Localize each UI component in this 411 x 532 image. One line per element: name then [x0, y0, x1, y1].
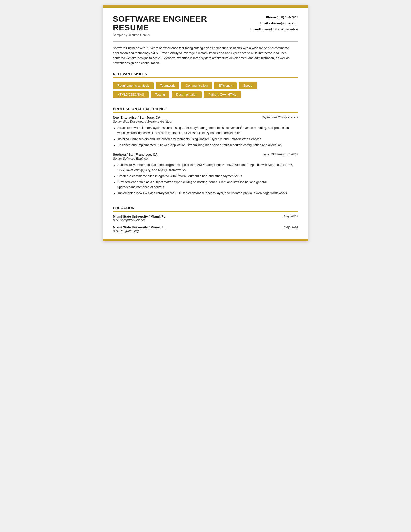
- job-header-2: Sephora / San Francisco, CA June 20XX–Au…: [113, 153, 298, 156]
- bottom-accent-bar: [103, 239, 308, 241]
- bullet-2-2: Created e-commerce sites integrated with…: [117, 174, 298, 179]
- education-section: Miami State University / Miami, FL B.S. …: [103, 215, 308, 239]
- experience-divider: [113, 112, 298, 113]
- summary-text: Software Engineer with 7+ years of exper…: [113, 46, 298, 66]
- job-block-1: New Enterprise / San Jose, CA September …: [113, 116, 298, 148]
- phone-line: Phone:(408) 104-7942: [240, 15, 298, 21]
- resume-title: SOFTWARE ENGINEER RESUME: [113, 15, 240, 32]
- bullet-2-1: Successfully generated back-end programm…: [117, 162, 298, 173]
- education-divider: [113, 211, 298, 212]
- edu-date-1: May 20XX: [284, 215, 298, 218]
- bullet-1-1: Structure several internal systems compr…: [117, 125, 298, 136]
- edu-left-2: Miami State University / Miami, FL A.A. …: [113, 225, 166, 233]
- skill-html5: HTML5/CSS3/SAS: [113, 91, 149, 98]
- job-company-2: Sephora / San Francisco, CA: [113, 153, 158, 156]
- bullet-1-2: Installed Linux servers and virtualized …: [117, 137, 298, 142]
- skill-python: Python, C++, HTML: [204, 91, 241, 98]
- summary-section: Software Engineer with 7+ years of exper…: [103, 42, 308, 69]
- skills-row-2: HTML5/CSS3/SAS Testing Documentation Pyt…: [113, 91, 298, 98]
- job-title-1: Senior Web Developer / Systems Architect: [113, 120, 298, 123]
- job-title-2: Senior Software Engineer: [113, 157, 298, 160]
- skills-section: Requirements analysis Teamwork Communica…: [103, 81, 308, 104]
- bullet-1-3: Designed and implemented PHP web applica…: [117, 143, 298, 148]
- experience-heading: PROFESSIONAL EXPERIENCE: [103, 104, 308, 112]
- top-accent-bar: [103, 5, 308, 8]
- edu-school-1: Miami State University / Miami, FL: [113, 215, 166, 218]
- job-bullets-2: Successfully generated back-end programm…: [117, 162, 298, 196]
- header-left: SOFTWARE ENGINEER RESUME Sample by Resum…: [113, 15, 240, 37]
- edu-date-2: May 20XX: [284, 225, 298, 229]
- header-section: SOFTWARE ENGINEER RESUME Sample by Resum…: [103, 8, 308, 41]
- experience-section: New Enterprise / San Jose, CA September …: [103, 116, 308, 203]
- skill-efficiency: Efficiency: [214, 82, 236, 89]
- header-contact: Phone:(408) 104-7942 Email:katie.lee@gma…: [240, 15, 298, 32]
- linkedin-label: LinkedIn:: [250, 28, 264, 31]
- job-header-1: New Enterprise / San Jose, CA September …: [113, 116, 298, 119]
- skills-row-1: Requirements analysis Teamwork Communica…: [113, 82, 298, 89]
- job-bullets-1: Structure several internal systems compr…: [117, 125, 298, 148]
- email-label: Email:: [259, 22, 269, 25]
- email-line: Email:katie.lee@gmail.com: [240, 21, 298, 27]
- edu-school-2: Miami State University / Miami, FL: [113, 225, 166, 229]
- education-heading: EDUCATION: [103, 203, 308, 211]
- edu-degree-1: B.S. Computer Science: [113, 218, 166, 222]
- linkedin-value: linkedin.com/in/katie-lee/: [264, 28, 298, 31]
- skills-heading: RELEVANT SKILLS: [103, 69, 308, 77]
- skill-requirements-analysis: Requirements analysis: [113, 82, 154, 89]
- job-date-2: June 20XX–August 20XX: [263, 153, 298, 156]
- edu-left-1: Miami State University / Miami, FL B.S. …: [113, 215, 166, 222]
- skill-testing: Testing: [151, 91, 170, 98]
- linkedin-line: LinkedIn:linkedin.com/in/katie-lee/: [240, 27, 298, 33]
- phone-value: (408) 104-7942: [277, 16, 298, 19]
- edu-block-1: Miami State University / Miami, FL B.S. …: [113, 215, 298, 222]
- skill-documentation: Documentation: [172, 91, 202, 98]
- bullet-2-4: Implemented new C# class library for the…: [117, 191, 298, 196]
- phone-label: Phone:: [266, 16, 277, 19]
- job-date-1: September 20XX–Present: [262, 116, 298, 119]
- skills-divider: [113, 77, 298, 78]
- skill-teamwork: Teamwork: [156, 82, 179, 89]
- skill-speed: Speed: [239, 82, 257, 89]
- bullet-2-3: Provided leadership as a subject matter …: [117, 180, 298, 190]
- job-block-2: Sephora / San Francisco, CA June 20XX–Au…: [113, 153, 298, 196]
- skill-communication: Communication: [181, 82, 212, 89]
- edu-block-2: Miami State University / Miami, FL A.A. …: [113, 225, 298, 233]
- resume-subtitle: Sample by Resume Genius: [113, 33, 240, 37]
- edu-degree-2: A.A. Programming: [113, 229, 166, 233]
- job-company-1: New Enterprise / San Jose, CA: [113, 116, 160, 119]
- resume-page: SOFTWARE ENGINEER RESUME Sample by Resum…: [103, 5, 308, 241]
- email-value: katie.lee@gmail.com: [269, 22, 298, 25]
